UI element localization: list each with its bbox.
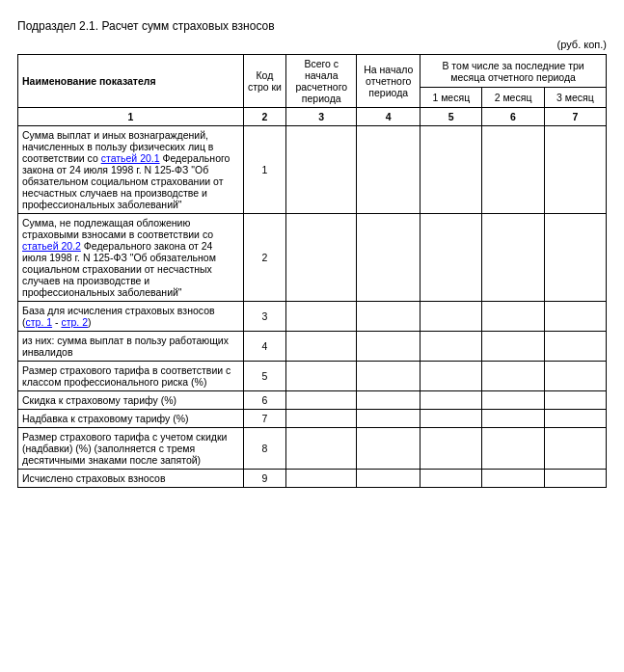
row-m2-7	[482, 410, 544, 428]
table-row: Скидка к страховому тарифу (%)6	[18, 391, 607, 410]
row-m1-5	[421, 362, 482, 391]
row-total-7	[286, 410, 357, 428]
index-c3: 3	[286, 108, 357, 126]
row-m3-2	[544, 214, 606, 302]
row-start-7	[357, 410, 421, 428]
row-m3-3	[544, 302, 606, 332]
row-m3-7	[544, 410, 606, 428]
row-m2-3	[482, 302, 544, 332]
row-m3-1	[544, 126, 606, 214]
row-total-6	[286, 391, 357, 410]
row-start-8	[357, 428, 421, 470]
row-m2-4	[482, 332, 544, 362]
row-m1-4	[421, 332, 482, 362]
row-start-6	[357, 391, 421, 410]
row-text-1: Сумма выплат и иных вознаграждений, начи…	[18, 126, 244, 214]
table-row: Надбавка к страховому тарифу (%)7	[18, 410, 607, 428]
row-text-8: Размер страхового тарифа с учетом скидки…	[18, 428, 244, 470]
header-col-total: Всего с начала расчетного периода	[286, 55, 357, 108]
row-m1-6	[421, 391, 482, 410]
row-m2-8	[482, 428, 544, 470]
index-c4: 4	[357, 108, 421, 126]
row-start-4	[357, 332, 421, 362]
row-total-1	[286, 126, 357, 214]
row-start-3	[357, 302, 421, 332]
row-text-5: Размер страхового тарифа в соответствии …	[18, 362, 244, 391]
row-total-8	[286, 428, 357, 470]
row-m1-3	[421, 302, 482, 332]
row-m2-1	[482, 126, 544, 214]
main-table: Наименование показателя Код стро ки Всег…	[17, 54, 607, 488]
row-m2-6	[482, 391, 544, 410]
header-col-m3: 3 месяц	[544, 88, 606, 108]
row-total-9	[286, 470, 357, 488]
header-col-period: В том числе за последние три месяца отче…	[421, 55, 607, 88]
row-m1-1	[421, 126, 482, 214]
row-start-9	[357, 470, 421, 488]
row-m3-5	[544, 362, 606, 391]
row-code-6: 6	[243, 391, 285, 410]
table-row: Размер страхового тарифа в соответствии …	[18, 362, 607, 391]
row-start-2	[357, 214, 421, 302]
row-m3-6	[544, 391, 606, 410]
row-code-1: 1	[243, 126, 285, 214]
row-text-6: Скидка к страховому тарифу (%)	[18, 391, 244, 410]
header-col-start: На начало отчетного периода	[357, 55, 421, 108]
row-code-2: 2	[243, 214, 285, 302]
rub-note: (руб. коп.)	[17, 39, 607, 50]
index-c5: 5	[421, 108, 482, 126]
row-total-5	[286, 362, 357, 391]
row-code-3: 3	[243, 302, 285, 332]
row-m1-8	[421, 428, 482, 470]
header-col-m2: 2 месяц	[482, 88, 544, 108]
header-col-m1: 1 месяц	[421, 88, 482, 108]
row-start-1	[357, 126, 421, 214]
row-m3-9	[544, 470, 606, 488]
row-code-4: 4	[243, 332, 285, 362]
row-text-4: из них: сумма выплат в пользу работающих…	[18, 332, 244, 362]
header-col-code: Код стро ки	[243, 55, 285, 108]
row-code-9: 9	[243, 470, 285, 488]
row-m1-2	[421, 214, 482, 302]
row-text-9: Исчислено страховых взносов	[18, 470, 244, 488]
row-m2-5	[482, 362, 544, 391]
row-text-2: Сумма, не подлежащая обложению страховым…	[18, 214, 244, 302]
table-row: Исчислено страховых взносов9	[18, 470, 607, 488]
row-total-2	[286, 214, 357, 302]
table-row: Сумма, не подлежащая обложению страховым…	[18, 214, 607, 302]
row-m3-8	[544, 428, 606, 470]
row-m2-2	[482, 214, 544, 302]
row-start-5	[357, 362, 421, 391]
index-c7: 7	[544, 108, 606, 126]
row-code-5: 5	[243, 362, 285, 391]
row-text-3: База для исчисления страховых взносов (с…	[18, 302, 244, 332]
table-row: Размер страхового тарифа с учетом скидки…	[18, 428, 607, 470]
page-title: Подраздел 2.1. Расчет сумм страховых взн…	[17, 19, 607, 33]
row-m1-7	[421, 410, 482, 428]
table-row: База для исчисления страховых взносов (с…	[18, 302, 607, 332]
index-c1: 1	[18, 108, 244, 126]
row-code-7: 7	[243, 410, 285, 428]
row-total-3	[286, 302, 357, 332]
table-row: Сумма выплат и иных вознаграждений, начи…	[18, 126, 607, 214]
index-c2: 2	[243, 108, 285, 126]
row-total-4	[286, 332, 357, 362]
header-col-name: Наименование показателя	[18, 55, 244, 108]
table-row: из них: сумма выплат в пользу работающих…	[18, 332, 607, 362]
index-c6: 6	[482, 108, 544, 126]
row-m3-4	[544, 332, 606, 362]
row-code-8: 8	[243, 428, 285, 470]
row-m1-9	[421, 470, 482, 488]
row-text-7: Надбавка к страховому тарифу (%)	[18, 410, 244, 428]
row-m2-9	[482, 470, 544, 488]
